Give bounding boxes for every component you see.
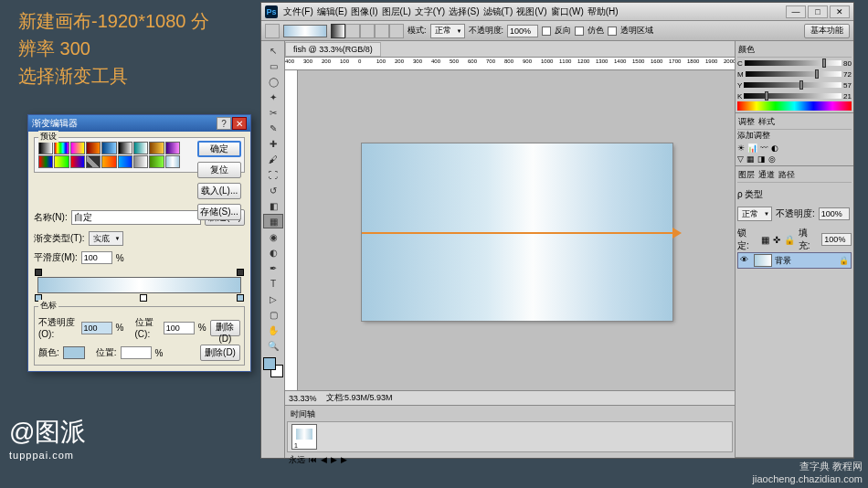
hue-ramp[interactable] — [737, 101, 852, 111]
channel-value[interactable]: 57 — [843, 81, 852, 90]
gradient-tool-icon[interactable]: ▦ — [263, 214, 283, 228]
menu-select[interactable]: 选择(S) — [449, 5, 479, 18]
opacity-input[interactable]: 100% — [507, 25, 538, 37]
tool-preset-icon[interactable] — [265, 24, 280, 38]
diamond-gradient-icon[interactable] — [389, 24, 404, 38]
gradient-preset[interactable] — [54, 142, 69, 154]
linear-gradient-icon[interactable] — [331, 24, 345, 38]
type-tool-icon[interactable]: T — [263, 276, 283, 291]
menu-layer[interactable]: 图层(L) — [382, 5, 411, 18]
slider-track[interactable] — [746, 71, 842, 77]
opacity-stop[interactable] — [237, 269, 244, 276]
gradient-preset[interactable] — [38, 155, 53, 168]
slider-track[interactable] — [744, 82, 842, 88]
ok-button[interactable]: 确定 — [197, 141, 241, 157]
slider-track[interactable] — [745, 60, 842, 66]
next-frame-icon[interactable]: ▶ — [341, 455, 347, 464]
shape-tool-icon[interactable]: ▢ — [263, 307, 283, 322]
angle-gradient-icon[interactable] — [360, 24, 375, 38]
gradient-preset[interactable] — [70, 155, 85, 168]
reflected-gradient-icon[interactable] — [375, 24, 389, 38]
document-tab[interactable]: fish @ 33.3%(RGB/8) — [285, 42, 381, 57]
gradient-preset[interactable] — [118, 142, 132, 154]
gradient-preset[interactable] — [133, 155, 148, 168]
menu-filter[interactable]: 滤镜(T) — [483, 5, 513, 18]
visibility-icon[interactable]: 👁 — [740, 255, 751, 266]
dialog-help-icon[interactable]: ? — [217, 117, 231, 130]
reverse-checkbox[interactable] — [542, 27, 551, 36]
cancel-button[interactable]: 复位 — [197, 162, 241, 178]
lock-position-icon[interactable]: ✜ — [773, 235, 780, 245]
adj-vibrance-icon[interactable]: ▽ — [737, 154, 744, 164]
play-icon[interactable]: ▶ — [331, 455, 337, 464]
paths-tab[interactable]: 路径 — [778, 169, 795, 181]
gradient-preset[interactable] — [133, 142, 148, 154]
dialog-close-icon[interactable]: ✕ — [232, 117, 247, 130]
layer-blend-dropdown[interactable]: 正常 — [737, 207, 772, 221]
color-swatch[interactable] — [263, 357, 283, 377]
fill-input[interactable]: 100% — [821, 233, 852, 246]
stop-location-input[interactable] — [164, 322, 195, 334]
styles-tab[interactable]: 样式 — [758, 116, 775, 128]
adj-curves-icon[interactable]: 〰 — [760, 143, 768, 153]
dither-checkbox[interactable] — [575, 27, 584, 36]
frame-thumb[interactable]: 1 — [291, 424, 317, 450]
adj-brightness-icon[interactable]: ☀ — [737, 143, 745, 153]
wand-tool-icon[interactable]: ✦ — [263, 90, 283, 104]
menu-image[interactable]: 图像(I) — [351, 5, 377, 18]
menu-view[interactable]: 视图(V) — [516, 5, 546, 18]
channel-value[interactable]: 72 — [843, 70, 852, 79]
stop-location2-input[interactable] — [121, 346, 152, 359]
delete-stop-button[interactable]: 删除(D) — [210, 320, 240, 336]
lasso-tool-icon[interactable]: ◯ — [263, 74, 283, 89]
layer-opacity-input[interactable]: 100% — [819, 207, 850, 220]
first-frame-icon[interactable]: ⏮ — [309, 455, 317, 464]
name-input[interactable] — [71, 210, 201, 225]
gradient-preset[interactable] — [149, 142, 164, 154]
heal-tool-icon[interactable]: ✚ — [263, 136, 283, 151]
blend-mode-dropdown[interactable]: 正常 — [430, 24, 465, 38]
history-brush-icon[interactable]: ↺ — [263, 183, 283, 197]
channel-value[interactable]: 80 — [843, 59, 852, 68]
save-button[interactable]: 存储(S)... — [197, 204, 241, 220]
gradient-type-dropdown[interactable]: 实底 — [89, 231, 123, 246]
prev-frame-icon[interactable]: ◀ — [321, 455, 327, 464]
pen-tool-icon[interactable]: ✒ — [263, 260, 283, 275]
adj-hue-icon[interactable]: ▦ — [746, 154, 755, 164]
adj-photo-filter-icon[interactable]: ◎ — [768, 154, 776, 164]
gradient-preset[interactable] — [149, 155, 164, 168]
transparency-checkbox[interactable] — [608, 27, 617, 36]
minimize-icon[interactable]: — — [786, 5, 806, 18]
lock-all-icon[interactable]: 🔒 — [784, 235, 795, 245]
layer-thumbnail[interactable] — [754, 254, 772, 267]
gradient-preset[interactable] — [86, 155, 101, 168]
gradient-picker[interactable] — [283, 25, 327, 37]
workspace-button[interactable]: 基本功能 — [804, 24, 850, 38]
menu-type[interactable]: 文字(Y) — [415, 5, 445, 18]
path-tool-icon[interactable]: ▷ — [263, 292, 283, 306]
gradient-preset[interactable] — [165, 142, 180, 154]
slider-track[interactable] — [744, 93, 842, 99]
smoothness-input[interactable] — [81, 251, 112, 264]
load-button[interactable]: 载入(L)... — [197, 183, 241, 199]
menu-file[interactable]: 文件(F) — [283, 5, 313, 18]
gradient-preset[interactable] — [86, 142, 101, 154]
layer-row[interactable]: 👁 背景 🔒 — [737, 252, 852, 269]
gradient-preset[interactable] — [101, 155, 116, 168]
gradient-preset[interactable] — [101, 142, 116, 154]
color-stop[interactable] — [140, 294, 147, 302]
opacity-stop[interactable] — [35, 269, 42, 276]
color-tab[interactable]: 颜色 — [738, 44, 755, 56]
dodge-tool-icon[interactable]: ◐ — [263, 245, 283, 260]
canvas-viewport[interactable] — [298, 70, 735, 390]
gradient-preset[interactable] — [54, 155, 69, 168]
blur-tool-icon[interactable]: ◉ — [263, 229, 283, 244]
stop-color-swatch[interactable] — [63, 346, 85, 359]
color-stop[interactable] — [237, 294, 244, 302]
stamp-tool-icon[interactable]: ⛶ — [263, 167, 283, 182]
delete-stop2-button[interactable]: 删除(D) — [200, 345, 240, 361]
eraser-tool-icon[interactable]: ◧ — [263, 198, 283, 213]
gradient-preset[interactable] — [165, 155, 180, 168]
layers-tab[interactable]: 图层 — [738, 169, 755, 181]
dialog-titlebar[interactable]: 渐变编辑器 ? ✕ — [28, 115, 250, 132]
